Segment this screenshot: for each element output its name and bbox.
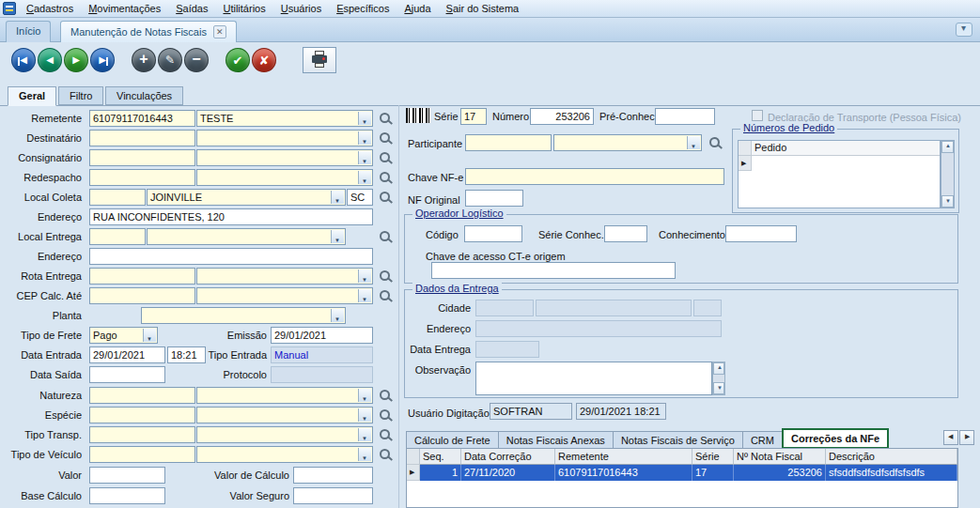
dropdown-arrow-icon[interactable] [358, 428, 371, 441]
pedido-row[interactable] [739, 156, 940, 171]
dropdown-arrow-icon[interactable] [358, 389, 371, 402]
confirm-button[interactable]: ✔ [226, 48, 250, 72]
emissao-field[interactable]: 29/01/2021 [271, 327, 373, 344]
base-calculo-field[interactable] [89, 487, 165, 504]
scroll-down-icon[interactable] [941, 195, 954, 208]
local-entrega-combo[interactable] [147, 228, 346, 245]
dropdown-arrow-icon[interactable] [687, 136, 700, 149]
nav-previous-button[interactable]: ◀ [38, 48, 62, 72]
serie-field[interactable]: 17 [460, 108, 487, 125]
scroll-up-icon[interactable] [941, 141, 954, 153]
tab-overflow-chevron-icon[interactable] [956, 23, 972, 37]
menu-usuarios[interactable]: Usuários [273, 2, 329, 15]
valor-field[interactable] [89, 467, 165, 484]
cell-descricao[interactable]: sfsddfsdfsdfsdfsfsdfs [826, 465, 957, 481]
natureza-combo[interactable] [196, 387, 373, 404]
header-descricao[interactable]: Descrição [826, 449, 957, 465]
tab-calculo-frete[interactable]: Cálculo de Frete [406, 431, 499, 449]
rota-entrega-search-icon[interactable] [378, 269, 393, 284]
menu-especificos[interactable]: Específicos [329, 2, 397, 15]
valor-calculo-field[interactable] [293, 467, 373, 484]
rota-entrega-code-field[interactable] [89, 268, 195, 285]
cell-seq[interactable]: 1 [420, 465, 461, 481]
dropdown-arrow-icon[interactable] [358, 448, 371, 461]
local-coleta-code-field[interactable] [89, 189, 146, 206]
cell-data-correcao[interactable]: 27/11/2020 [461, 465, 555, 481]
rota-entrega-combo[interactable] [196, 268, 373, 285]
dropdown-arrow-icon[interactable] [358, 289, 371, 302]
chave-nfe-field[interactable] [465, 168, 724, 185]
dropdown-arrow-icon[interactable] [358, 408, 371, 422]
consignatario-search-icon[interactable] [378, 150, 393, 165]
local-coleta-search-icon[interactable] [378, 190, 393, 205]
dropdown-arrow-icon[interactable] [358, 131, 371, 145]
header-serie[interactable]: Série [692, 449, 734, 465]
natureza-code-field[interactable] [89, 387, 195, 404]
especie-combo[interactable] [196, 407, 373, 423]
menu-utilitarios[interactable]: Utilitários [215, 2, 272, 15]
tab-crm[interactable]: CRM [742, 431, 783, 449]
cep-calc-search-icon[interactable] [378, 288, 393, 303]
tipo-veiculo-combo[interactable] [196, 446, 373, 463]
tipo-transp-search-icon[interactable] [378, 427, 393, 442]
dropdown-arrow-icon[interactable] [331, 309, 344, 322]
dropdown-arrow-icon[interactable] [331, 191, 344, 204]
data-entrada-date-field[interactable]: 29/01/2021 [89, 346, 165, 363]
planta-combo[interactable] [141, 307, 346, 324]
participante-combo[interactable] [553, 134, 702, 151]
consignatario-code-field[interactable] [89, 149, 195, 166]
dropdown-arrow-icon[interactable] [358, 112, 371, 125]
nav-last-button[interactable]: ▶ [90, 48, 115, 72]
delete-record-button[interactable]: − [184, 48, 209, 72]
tab-geral[interactable]: Geral [8, 86, 56, 106]
cancel-button[interactable]: ✘ [252, 48, 276, 72]
declaracao-checkbox[interactable] [752, 110, 763, 121]
redespacho-code-field[interactable] [89, 169, 195, 186]
participante-code-field[interactable] [465, 134, 552, 151]
tipo-transp-combo[interactable] [196, 426, 373, 443]
observacao-textarea[interactable] [475, 362, 712, 395]
cell-nota-fiscal[interactable]: 253206 [734, 465, 826, 481]
cell-remetente[interactable]: 61079117016443 [555, 465, 692, 481]
data-saida-field[interactable] [89, 366, 165, 383]
menu-ajuda[interactable]: Ajuda [397, 2, 438, 15]
menu-movimentacoes[interactable]: Movimentações [81, 2, 168, 15]
add-record-button[interactable]: + [132, 48, 156, 72]
menu-saidas[interactable]: Saídas [168, 2, 215, 15]
cell-serie[interactable]: 17 [692, 465, 734, 481]
destinatario-code-field[interactable] [89, 130, 195, 146]
pedido-scrollbar[interactable] [941, 140, 955, 208]
header-remetente[interactable]: Remetente [555, 449, 692, 465]
cep-calc-code-field[interactable] [89, 287, 195, 304]
especie-code-field[interactable] [89, 407, 195, 423]
endereco-entrega-field[interactable] [89, 248, 373, 265]
dropdown-arrow-icon[interactable] [143, 329, 156, 342]
tab-notas-fiscais-anexas[interactable]: Notas Fiscais Anexas [498, 431, 614, 449]
dropdown-arrow-icon[interactable] [358, 171, 371, 184]
tab-inicio[interactable]: Início [6, 21, 51, 42]
endereco-coleta-field[interactable]: RUA INCONFIDENTES, 120 [89, 208, 373, 225]
header-data-correcao[interactable]: Data Correção [461, 449, 555, 465]
observacao-scrollbar[interactable] [712, 362, 725, 395]
tab-manutencao-notas-fiscais[interactable]: Manutenção de Notas Fiscais [60, 21, 237, 42]
participante-search-icon[interactable] [708, 135, 723, 150]
local-coleta-uf-field[interactable]: SC [347, 189, 373, 206]
header-nota-fiscal[interactable]: Nº Nota Fiscal [734, 449, 826, 465]
menu-sair[interactable]: Sair do Sistema [439, 2, 527, 15]
nf-original-field[interactable] [465, 190, 523, 207]
consignatario-combo[interactable] [196, 149, 373, 166]
nav-next-button[interactable]: ▶ [64, 48, 88, 72]
cep-calc-combo[interactable] [196, 287, 373, 304]
tab-filtro[interactable]: Filtro [58, 86, 103, 105]
header-seq[interactable]: Seq. [420, 449, 461, 465]
scroll-down-icon[interactable] [713, 382, 724, 394]
local-entrega-code-field[interactable] [89, 228, 146, 245]
print-button[interactable] [303, 47, 336, 73]
tipo-transp-code-field[interactable] [89, 426, 195, 443]
scroll-up-icon[interactable] [713, 362, 724, 375]
chave-cte-field[interactable] [431, 262, 676, 279]
close-tab-icon[interactable] [213, 25, 226, 38]
grid-row-selected[interactable]: 1 27/11/2020 61079117016443 17 253206 sf… [407, 465, 957, 481]
valor-seguro-field[interactable] [293, 487, 373, 504]
conhecimento-field[interactable] [725, 225, 797, 242]
